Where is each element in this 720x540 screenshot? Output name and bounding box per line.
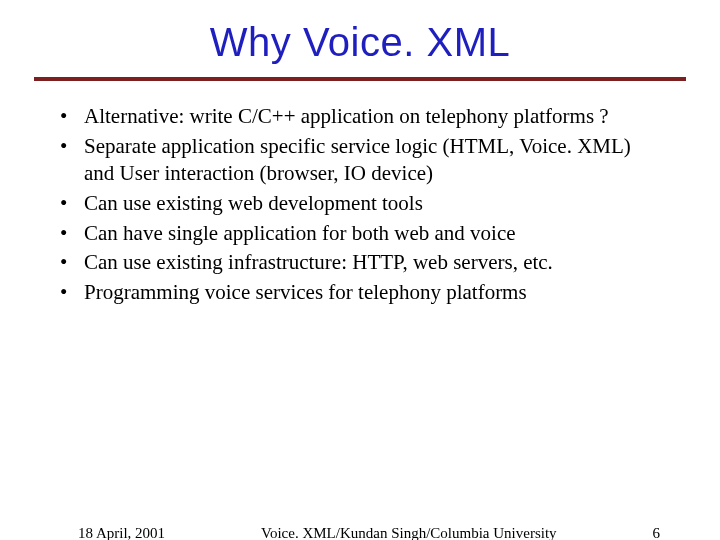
- slide-body: Alternative: write C/C++ application on …: [56, 103, 664, 306]
- bullet-item: Can have single application for both web…: [56, 220, 664, 247]
- slide: Why Voice. XML Alternative: write C/C++ …: [0, 20, 720, 540]
- slide-footer: 18 April, 2001 Voice. XML/Kundan Singh/C…: [0, 525, 720, 540]
- bullet-item: Alternative: write C/C++ application on …: [56, 103, 664, 130]
- title-underline: [34, 77, 686, 81]
- footer-date: 18 April, 2001: [78, 525, 165, 540]
- footer-center: Voice. XML/Kundan Singh/Columbia Univers…: [165, 525, 652, 540]
- bullet-list: Alternative: write C/C++ application on …: [56, 103, 664, 306]
- bullet-item: Can use existing web development tools: [56, 190, 664, 217]
- bullet-item: Separate application specific service lo…: [56, 133, 664, 187]
- footer-page-number: 6: [653, 525, 661, 540]
- bullet-item: Programming voice services for telephony…: [56, 279, 664, 306]
- bullet-item: Can use existing infrastructure: HTTP, w…: [56, 249, 664, 276]
- slide-title: Why Voice. XML: [0, 20, 720, 65]
